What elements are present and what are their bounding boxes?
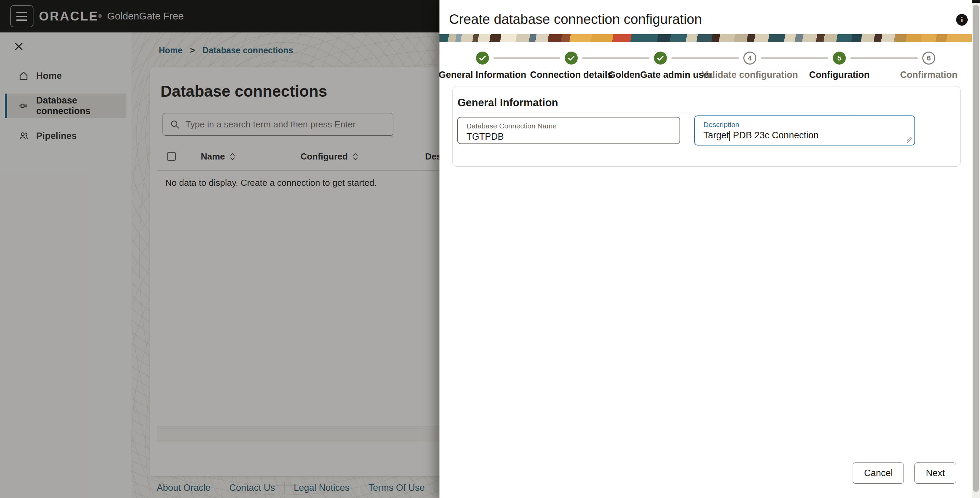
wizard-stepper: General Information Connection details G…: [439, 48, 972, 85]
step-check-icon: [565, 52, 578, 65]
info-icon: i: [961, 16, 963, 24]
text-cursor: [729, 131, 730, 141]
create-connection-drawer: Create database connection configuration…: [439, 0, 972, 498]
textarea-resize-handle[interactable]: [907, 137, 912, 143]
cancel-button[interactable]: Cancel: [853, 463, 904, 484]
field-label: Description: [703, 121, 906, 129]
step-check-icon: [654, 52, 667, 65]
step-check-icon: [476, 52, 489, 65]
section-divider: [458, 112, 849, 112]
info-button[interactable]: i: [956, 14, 968, 25]
drawer-actions: Cancel Next: [853, 463, 956, 484]
section-title: General Information: [458, 97, 558, 109]
step-number: 5: [833, 52, 846, 65]
step-connection-details[interactable]: Connection details: [527, 48, 616, 80]
general-information-section: General Information Database Connection …: [452, 86, 961, 167]
database-connection-name-field[interactable]: Database Connection Name TGTPDB: [457, 117, 680, 144]
field-value: Target PDB 23c Connection: [703, 130, 906, 141]
step-configuration-current[interactable]: 5 Configuration: [795, 48, 884, 80]
step-confirmation[interactable]: 6 Confirmation: [885, 48, 973, 80]
step-goldengate-admin-user[interactable]: GoldenGate admin user: [616, 48, 705, 80]
scrollbar-thumb[interactable]: [973, 5, 979, 492]
field-value: TGTPDB: [466, 132, 671, 142]
step-validate-configuration[interactable]: 4 Validate configuration: [705, 48, 794, 80]
decorative-banner-strip: [439, 34, 972, 42]
description-field[interactable]: Description Target PDB 23c Connection: [694, 115, 915, 145]
step-general-information[interactable]: General Information: [438, 48, 527, 80]
step-number: 6: [922, 52, 935, 65]
page-scrollbar[interactable]: [972, 3, 980, 498]
field-label: Database Connection Name: [466, 122, 671, 130]
step-number: 4: [743, 52, 756, 65]
next-button[interactable]: Next: [915, 463, 956, 484]
drawer-title: Create database connection configuration: [449, 12, 702, 27]
app-window: ORACLE ® GoldenGate Free Home Database c…: [0, 0, 980, 498]
